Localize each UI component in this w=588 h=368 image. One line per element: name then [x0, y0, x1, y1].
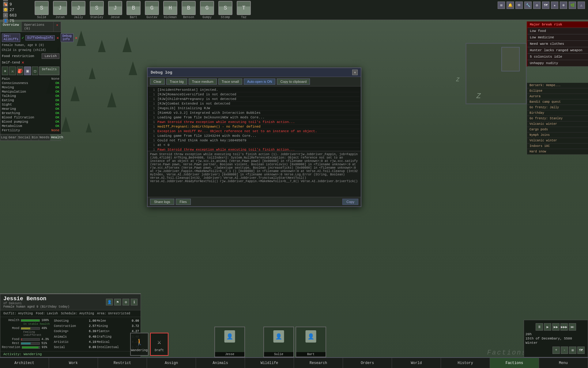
event-item[interactable]: Go frenzy: Jally	[527, 105, 588, 110]
settings-icon[interactable]: ⚙	[123, 299, 129, 305]
log-line[interactable]: 1 Pawn Steroid threw exception while exe…	[149, 120, 360, 125]
map-toggle-button[interactable]: 🗺	[577, 347, 585, 354]
toolbar-icon-8[interactable]: ❄	[560, 2, 567, 9]
colonist-gustav[interactable]: G Gustav	[144, 1, 160, 19]
event-item[interactable]: Bandit camp quest	[527, 99, 588, 105]
equip-slot-3[interactable]: 🎒	[17, 67, 23, 75]
diffdebug-btn[interactable]: DiffsDebugInfo	[25, 35, 55, 40]
log-line[interactable]: 1 [RJW]RomanceDiversified is not detecte…	[149, 92, 360, 97]
log-line[interactable]: 1 HedIff_Pregnant::DoBirthSpawn() - no f…	[149, 125, 360, 129]
event-item[interactable]: Go frenzy: Stanley	[527, 116, 588, 121]
debug-detail-area[interactable]: Pawn Steroid threw exception while execu…	[148, 151, 361, 197]
play-button[interactable]: ▶	[544, 323, 551, 331]
log-line[interactable]: 1 [RJW]Children&Pregnancy is not detecte…	[149, 97, 360, 102]
fastest-button[interactable]: ⏭	[569, 323, 576, 331]
log-line[interactable]: 1 [RJW]Combat Extended is not detected	[149, 102, 360, 106]
zoom-in-button[interactable]: +	[552, 347, 560, 354]
defaults-button[interactable]: Defaults	[39, 67, 59, 75]
dev-alldiffs[interactable]: Dev: AllDiffs	[2, 33, 20, 42]
nav-work[interactable]: Work	[49, 358, 98, 368]
toolbar-icon-10[interactable]: ⚠	[578, 2, 585, 9]
copy-button[interactable]: Copy	[342, 199, 358, 205]
food-badge[interactable]: Lavish	[42, 53, 59, 59]
colonist-jesse[interactable]: J Jesse	[107, 1, 123, 19]
log-line[interactable]: 1 [HugsLib] Initializing RJW	[149, 106, 360, 111]
nav-assign[interactable]: Assign	[147, 358, 196, 368]
tab-needs[interactable]: Needs	[39, 134, 51, 140]
nav-research[interactable]: Research	[294, 358, 343, 368]
event-item[interactable]: Cargo pods	[527, 127, 588, 132]
colonist-taz[interactable]: T Taz	[236, 1, 252, 19]
log-line[interactable]: 1 Exception in Hediff RV... Object refer…	[149, 129, 360, 134]
colonist-stomp[interactable]: S Stomp	[217, 1, 233, 19]
bart-portrait[interactable]: 👤 Bart	[296, 327, 326, 357]
event-item[interactable]: Birthday	[527, 110, 588, 116]
toolbar-icon-7[interactable]: ★	[551, 2, 558, 9]
event-item[interactable]: Eclipse	[527, 88, 588, 94]
log-line[interactable]: 1 [RimHUD v3.3.2] Integrated with Intera…	[149, 111, 360, 115]
toolbar-icon-2[interactable]: 🔔	[507, 2, 514, 9]
toolbar-icon-5[interactable]: ⚙	[533, 2, 541, 9]
event-item[interactable]: Berserk: Hempe...	[527, 83, 588, 88]
jesse-portrait[interactable]: 👤 Jesse	[214, 327, 245, 357]
nav-orders[interactable]: Orders	[343, 358, 392, 368]
alert-item[interactable]: Unhappy nudity	[527, 60, 588, 67]
log-line[interactable]: 1 [IncidentPersonStat] injected.	[149, 88, 360, 92]
debug-info-btn[interactable]: Debug info	[61, 33, 74, 42]
debug-log-area[interactable]: 1 [IncidentPersonStat] injected. 1 [RJW]…	[148, 86, 361, 151]
alert-item[interactable]: Low medicine	[527, 34, 588, 41]
colonist-benson[interactable]: B Benson	[181, 1, 197, 19]
tab-gear[interactable]: Gear	[8, 134, 17, 140]
toolbar-icon-4[interactable]: 🔧	[524, 2, 532, 9]
nav-menu[interactable]: Menu	[539, 358, 588, 368]
equip-slot-2[interactable]: ⚔	[9, 67, 16, 75]
colonist-hickman[interactable]: H Hickman	[162, 1, 178, 19]
toolbar-icon-3[interactable]: 👁	[515, 2, 523, 9]
log-line[interactable]: 1 Pawn Steroid threw exception while exe…	[149, 148, 360, 151]
files-button[interactable]: Files	[176, 199, 191, 205]
equip-slot-5[interactable]: ◻	[32, 67, 38, 75]
toolbar-icon-1[interactable]: ⊞	[498, 2, 505, 9]
flag-icon[interactable]: ⚑	[114, 299, 121, 305]
alert-item[interactable]: 5 colonists idle	[527, 54, 588, 60]
toolbar-icon-9[interactable]: 🌿	[569, 2, 576, 9]
trace-small-button[interactable]: Trace small	[218, 79, 242, 85]
colonist-jally[interactable]: J Jally	[70, 1, 86, 19]
alert-item[interactable]: Need warm clothes	[527, 41, 588, 47]
colonist-gumpy[interactable]: G Gumpy	[199, 1, 215, 19]
nav-world[interactable]: World	[392, 358, 441, 368]
clear-button[interactable]: Clear	[150, 79, 165, 85]
colonist-sulie[interactable]: S Sulie	[34, 1, 50, 19]
share-logs-button[interactable]: Share logs	[150, 199, 174, 205]
toolbar-icon-6[interactable]: 🗺	[542, 2, 549, 9]
event-item[interactable]: Volcanic winter	[527, 138, 588, 144]
log-line[interactable]: 1 at < 0	[149, 143, 360, 148]
nav-wildlife[interactable]: Wildlife	[245, 358, 294, 368]
close-icon[interactable]: ✕	[75, 35, 77, 40]
draft-action[interactable]: ⚔ Draft	[150, 333, 168, 356]
event-item[interactable]: Nymph Joins	[527, 132, 588, 138]
nav-animals[interactable]: Animals	[196, 358, 245, 368]
equip-slot-4[interactable]: ▣	[24, 67, 31, 75]
faster-button[interactable]: ▶▶▶	[560, 323, 568, 331]
event-item[interactable]: Hard snow	[527, 149, 588, 155]
tab-bio[interactable]: Bio	[31, 134, 39, 140]
fast-button[interactable]: ▶▶	[552, 323, 560, 331]
trace-medium-button[interactable]: Trace medium	[189, 79, 217, 85]
info-icon[interactable]: ℹ	[131, 299, 138, 305]
event-item[interactable]: Aurora	[527, 94, 588, 99]
nav-history[interactable]: History	[441, 358, 490, 368]
log-line[interactable]: 1 Could not find think node with key:168…	[149, 138, 360, 143]
nav-architect[interactable]: Architect	[0, 358, 49, 368]
copy-clipboard-button[interactable]: Copy to clipboard	[277, 79, 310, 85]
nav-factions[interactable]: Factions	[490, 358, 539, 368]
zoom-out-button[interactable]: -	[561, 347, 568, 354]
log-line[interactable]: 1 Loading game from file 12343244 with m…	[149, 134, 360, 138]
equip-slot-1[interactable]: ✕	[2, 67, 8, 75]
auto-open-button[interactable]: Auto-open is ON	[244, 79, 275, 85]
tab-health[interactable]: Health	[51, 134, 64, 140]
tab-close[interactable]: ✕	[54, 22, 61, 32]
map-grid-button[interactable]: ⊞	[569, 347, 576, 354]
tab-social[interactable]: Social	[17, 134, 31, 140]
nav-restrict[interactable]: Restrict	[98, 358, 147, 368]
